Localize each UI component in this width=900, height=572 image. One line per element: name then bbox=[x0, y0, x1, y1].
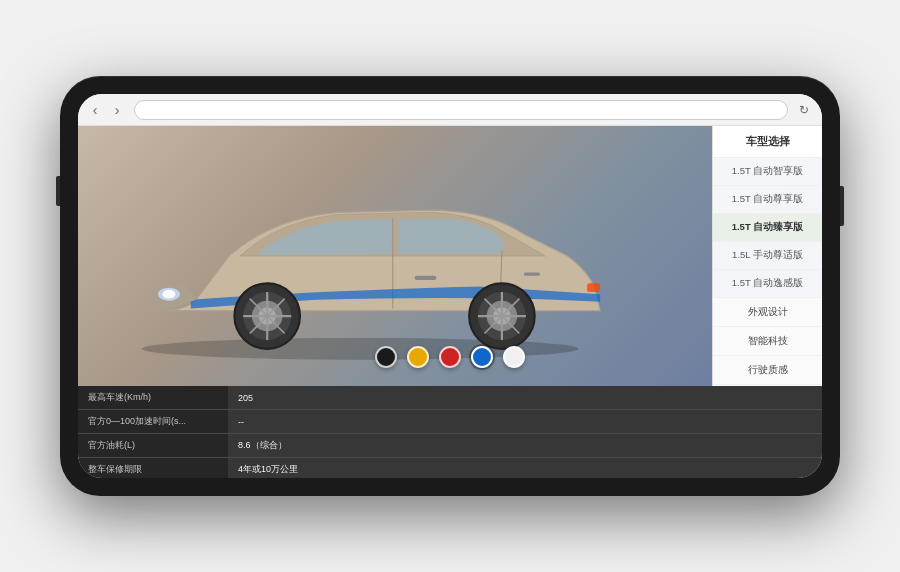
section-tech[interactable]: 智能科技 bbox=[713, 327, 822, 356]
spec-value-2: 8.6（综合） bbox=[228, 434, 822, 457]
color-swatches bbox=[375, 346, 525, 368]
browser-chrome: ‹ › ↻ bbox=[78, 94, 822, 126]
phone-wrapper: ‹ › ↻ bbox=[60, 26, 840, 546]
svg-rect-5 bbox=[587, 283, 600, 292]
model-item-2[interactable]: 1.5T 自动臻享版 bbox=[713, 214, 822, 242]
model-item-1[interactable]: 1.5T 自动尊享版 bbox=[713, 186, 822, 214]
spec-value-3: 4年或10万公里 bbox=[228, 458, 822, 478]
section-driving[interactable]: 行驶质感 bbox=[713, 356, 822, 385]
car-showcase: 车型选择 1.5T 自动智享版 1.5T 自动尊享版 1.5T 自动臻享版 1.… bbox=[78, 126, 822, 386]
volume-button[interactable] bbox=[56, 176, 60, 206]
car-image bbox=[98, 146, 622, 366]
color-blue[interactable] bbox=[471, 346, 493, 368]
content-area: 车型选择 1.5T 自动智享版 1.5T 自动尊享版 1.5T 自动臻享版 1.… bbox=[78, 126, 822, 478]
panel-title: 车型选择 bbox=[713, 126, 822, 158]
spec-label-2: 官方油耗(L) bbox=[78, 434, 228, 457]
color-red[interactable] bbox=[439, 346, 461, 368]
color-black[interactable] bbox=[375, 346, 397, 368]
svg-rect-23 bbox=[524, 272, 540, 275]
spec-label-1: 官方0—100加速时间(s... bbox=[78, 410, 228, 433]
model-selector-panel: 车型选择 1.5T 自动智享版 1.5T 自动尊享版 1.5T 自动臻享版 1.… bbox=[712, 126, 822, 386]
spec-row-1: 官方0—100加速时间(s... -- bbox=[78, 410, 822, 434]
forward-button[interactable]: › bbox=[108, 101, 126, 119]
spec-value-1: -- bbox=[228, 412, 822, 432]
spec-label-3: 整车保修期限 bbox=[78, 458, 228, 478]
spec-label-0: 最高车速(Km/h) bbox=[78, 386, 228, 409]
browser-nav: ‹ › bbox=[86, 101, 126, 119]
screen: ‹ › ↻ bbox=[78, 94, 822, 478]
refresh-button[interactable]: ↻ bbox=[794, 100, 814, 120]
power-button[interactable] bbox=[840, 186, 844, 226]
section-exterior[interactable]: 外观设计 bbox=[713, 298, 822, 327]
spec-row-3: 整车保修期限 4年或10万公里 bbox=[78, 458, 822, 478]
back-button[interactable]: ‹ bbox=[86, 101, 104, 119]
specs-area: 最高车速(Km/h) 205 官方0—100加速时间(s... -- 官方油耗(… bbox=[78, 386, 822, 478]
color-yellow[interactable] bbox=[407, 346, 429, 368]
phone-body: ‹ › ↻ bbox=[60, 76, 840, 496]
address-bar[interactable] bbox=[134, 100, 788, 120]
color-white[interactable] bbox=[503, 346, 525, 368]
model-item-4[interactable]: 1.5T 自动逸感版 bbox=[713, 270, 822, 298]
model-item-0[interactable]: 1.5T 自动智享版 bbox=[713, 158, 822, 186]
spec-value-0: 205 bbox=[228, 388, 822, 408]
spec-row-2: 官方油耗(L) 8.6（综合） bbox=[78, 434, 822, 458]
svg-point-4 bbox=[162, 290, 175, 299]
model-item-3[interactable]: 1.5L 手动尊适版 bbox=[713, 242, 822, 270]
svg-rect-22 bbox=[415, 276, 437, 280]
spec-row-0: 最高车速(Km/h) 205 bbox=[78, 386, 822, 410]
